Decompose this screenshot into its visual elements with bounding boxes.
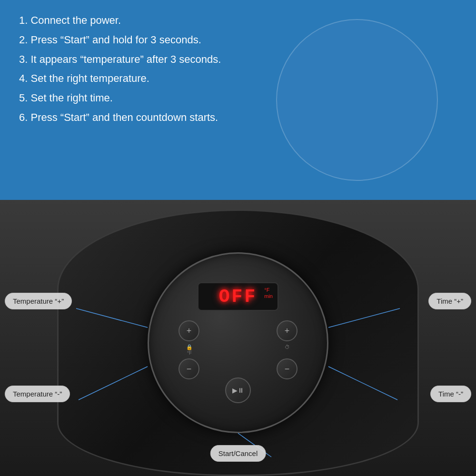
time-plus-button[interactable]: +: [277, 320, 298, 341]
circle-overlay: [276, 19, 438, 181]
control-panel: OFF °F min + 🔒 °F − +: [148, 252, 328, 433]
instructions-section: 1. Connect the power. 2. Press “Start” a…: [0, 0, 476, 200]
display-unit: °F min: [264, 287, 273, 299]
time-plus-label: Time “+”: [428, 293, 471, 309]
temp-lock-icon: 🔒 °F: [186, 344, 193, 356]
start-cancel-label: Start/Cancel: [210, 445, 266, 462]
temp-minus-label: Temperature “-”: [5, 386, 70, 402]
temp-minus-button[interactable]: −: [178, 358, 199, 379]
display-text: OFF: [219, 287, 257, 307]
start-cancel-button[interactable]: ▶⏸: [225, 377, 251, 403]
time-minus-label: Time “-”: [430, 386, 471, 402]
display-screen: OFF °F min: [198, 282, 278, 311]
appliance-section: OFF °F min + 🔒 °F − +: [0, 200, 476, 476]
appliance-body: OFF °F min + 🔒 °F − +: [57, 209, 419, 476]
time-minus-button[interactable]: −: [277, 358, 298, 379]
instruction-1: 1. Connect the power.: [19, 13, 457, 28]
temp-plus-label: Temperature “+”: [5, 293, 72, 309]
time-lock-icon: ⏱: [285, 344, 290, 350]
temp-plus-button[interactable]: +: [178, 320, 199, 341]
